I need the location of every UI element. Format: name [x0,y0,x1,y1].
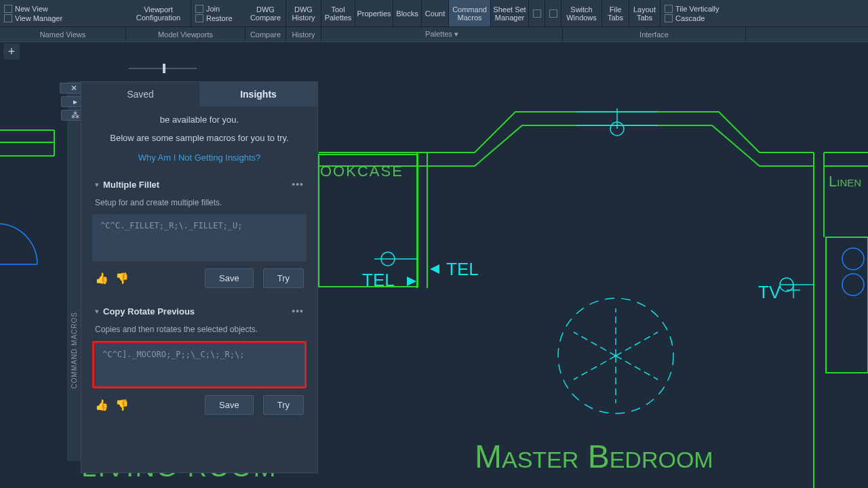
properties-button[interactable]: Properties [355,0,393,26]
group-interface: Interface [563,27,746,41]
tab-insights[interactable]: Insights [199,82,317,106]
macro-code-2[interactable]: ^C^C]._MOCORO;_P;;\_C;\;_R;\; [92,341,307,388]
master-bedroom-label: Master Bedroom [475,439,713,474]
new-view-button[interactable]: New View [4,4,122,14]
svg-point-27 [558,298,673,413]
palette-icon-2[interactable] [545,0,561,26]
save-button-2[interactable]: Save [205,395,254,415]
macro-desc-1: Setup for and create multiple fillets. [92,195,307,214]
view-manager-label: View Manager [15,14,62,22]
view-slider-knob[interactable] [163,64,165,73]
dwg-history-button[interactable]: DWG History [286,0,321,26]
join-button[interactable]: Join [195,4,241,14]
thumbs-down-icon[interactable]: 👎 [115,399,129,412]
svg-point-19 [381,252,395,266]
svg-line-31 [574,356,616,380]
group-compare: Compare [245,27,286,41]
group-model-viewports: Model Viewports [126,27,245,41]
count-button[interactable]: Count [422,0,449,26]
svg-point-14 [842,274,864,296]
group-named-views: Named Views [0,27,126,41]
macro-title-2: Copy Rotate Previous [103,306,292,317]
try-button-1[interactable]: Try [263,268,304,288]
tab-saved[interactable]: Saved [81,82,199,106]
intro-text-1: be available for you. [92,115,307,125]
tel-label-1: TEL [362,270,395,290]
dwg-compare-button[interactable]: DWG Compare [245,0,286,26]
svg-line-28 [616,332,658,356]
macro-desc-2: Copies and then rotates the selected obj… [92,322,307,341]
macro-title-1: Multiple Fillet [103,180,292,190]
restore-button[interactable]: Restore [195,14,241,23]
macro-menu-1[interactable]: ••• [292,179,304,190]
tv-label: TV [758,282,781,302]
macro-card-multiple-fillet: ▾ Multiple Fillet ••• Setup for and crea… [92,174,307,295]
macro-code-1[interactable]: ^C^C._FILLET;_R;\._FILLET;_U; [92,214,307,262]
insights-help-link[interactable]: Why Am I Not Getting Insights? [92,152,307,163]
new-view-label: New View [15,5,48,13]
add-tab-button[interactable]: + [3,43,20,60]
thumbs-up-icon[interactable]: 👍 [95,399,108,412]
bookcase-label: OOKCASE [320,163,403,180]
svg-marker-22 [430,264,439,274]
svg-rect-7 [319,155,418,287]
svg-rect-11 [826,237,868,373]
tool-palettes-button[interactable]: Tool Palettes [321,0,355,26]
save-button-1[interactable]: Save [205,268,254,288]
command-macros-panel: Saved Insights be available for you. Bel… [81,81,318,473]
layout-tabs-button[interactable]: Layout Tabs [629,0,660,26]
tel-label-2: TEL [446,259,479,279]
cascade-button[interactable]: Cascade [665,14,731,23]
switch-windows-button[interactable]: Switch Windows [561,0,602,26]
palette-handle[interactable]: ✕ ▸ ⁂ COMMAND MACROS [67,81,81,461]
svg-point-18 [610,122,624,136]
tile-vertically-button[interactable]: Tile Vertically [665,4,731,14]
blocks-button[interactable]: Blocks [393,0,422,26]
file-tabs-button[interactable]: File Tabs [602,0,629,26]
group-history: History [286,27,321,41]
view-manager-button[interactable]: View Manager [4,14,122,23]
svg-point-23 [780,278,793,291]
palette-title: COMMAND MACROS [71,312,78,388]
drawing-canvas[interactable]: TEL TEL TV Master Bedroom LIVING ROOM OO… [0,61,868,488]
linen-label: Linen [829,173,861,190]
try-button-2[interactable]: Try [263,395,304,415]
intro-text-2: Below are some sample macros for you to … [92,133,307,143]
chevron-down-icon[interactable]: ▾ [95,180,103,189]
chevron-down-icon[interactable]: ▾ [95,307,103,316]
sheet-set-button[interactable]: Sheet Set Manager [491,0,529,26]
svg-point-13 [842,248,864,270]
thumbs-down-icon[interactable]: 👎 [115,272,129,285]
svg-marker-21 [407,277,416,286]
palette-icon-1[interactable] [529,0,545,26]
group-palettes[interactable]: Palettes ▾ [321,27,563,41]
viewport-config-button[interactable]: Viewport Configuration [126,0,191,26]
command-macros-button[interactable]: Command Macros [449,0,491,26]
macro-card-copy-rotate: ▾ Copy Rotate Previous ••• Copies and th… [92,300,307,422]
svg-line-29 [616,356,658,380]
svg-line-30 [574,332,616,356]
macro-menu-2[interactable]: ••• [292,306,304,317]
thumbs-up-icon[interactable]: 👍 [95,272,108,285]
